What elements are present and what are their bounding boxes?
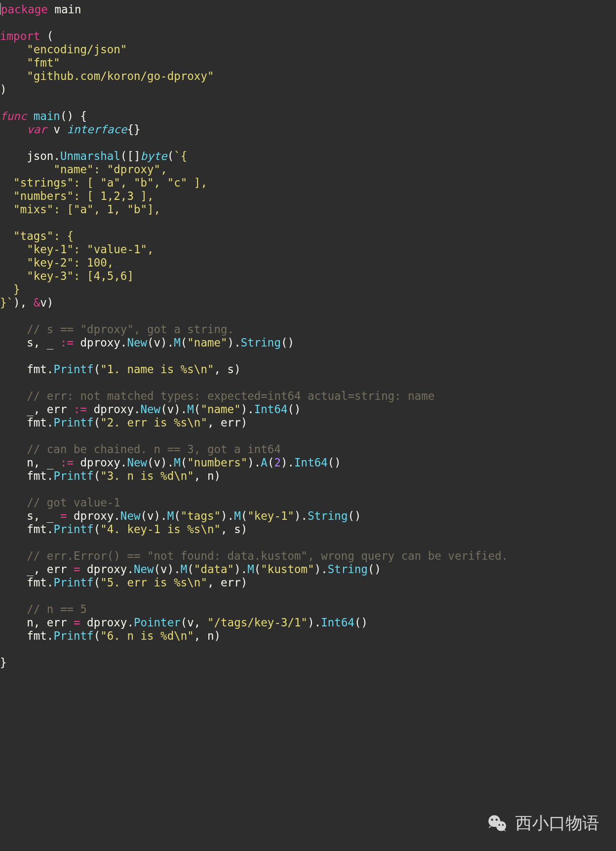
code-block: package main import ( "encoding/json" "f… xyxy=(0,0,616,669)
svg-point-4 xyxy=(499,824,500,825)
import-path: "fmt" xyxy=(27,56,60,69)
comment: // n == 5 xyxy=(27,603,87,616)
kw-func: func xyxy=(0,110,27,122)
wechat-icon xyxy=(486,812,508,835)
kw-import: import xyxy=(0,30,40,42)
import-path: "github.com/koron/go-dproxy" xyxy=(27,70,214,82)
comment: // got value-1 xyxy=(27,496,120,509)
kw-byte: byte xyxy=(140,150,167,162)
kw-var: var xyxy=(27,123,47,136)
svg-point-5 xyxy=(502,824,503,825)
comment: // err: not matched types: expected=int6… xyxy=(27,389,434,402)
svg-point-2 xyxy=(491,819,493,821)
watermark: 西小口物语 xyxy=(486,812,599,835)
fn-main: main xyxy=(34,110,60,122)
kw-package: package xyxy=(1,3,48,16)
import-path: "encoding/json" xyxy=(27,43,127,56)
kw-interface: interface xyxy=(67,123,127,136)
comment: // s == "dproxy", got a string. xyxy=(27,323,234,336)
pkg-name: main xyxy=(54,3,81,16)
watermark-text: 西小口物语 xyxy=(515,812,599,835)
comment: // can be chained. n == 3, got a int64 xyxy=(27,443,281,456)
comment: // err.Error() == "not found: data.kusto… xyxy=(27,549,508,562)
svg-point-3 xyxy=(496,819,498,821)
svg-point-1 xyxy=(496,821,506,831)
